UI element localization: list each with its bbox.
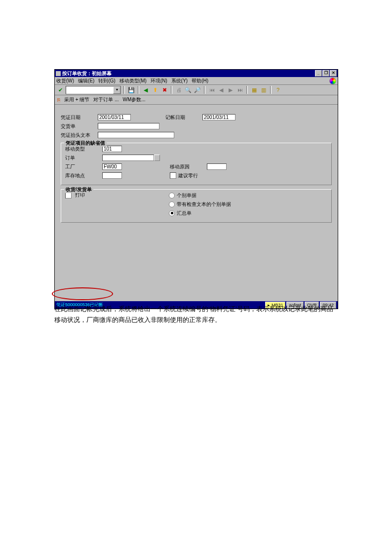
radio-summary-label: 汇总单	[177, 210, 192, 217]
order-search-help-icon[interactable]	[154, 155, 160, 161]
caption-text: 在此画面记帐完成后，系统将给出一个系统连续编号的‘物料凭证’号码，表示系统以记录…	[54, 304, 338, 325]
cancel-button[interactable]: ✖	[160, 86, 168, 94]
adopt-details-button[interactable]: 采用 + 细节	[64, 96, 89, 103]
menu-receipt[interactable]: 收货(W)	[56, 78, 74, 84]
back-button[interactable]: ◀	[142, 86, 150, 94]
storage-loc-label: 库存地点	[65, 172, 102, 179]
menu-edit[interactable]: 编辑(E)	[78, 78, 94, 84]
menu-system[interactable]: 系统(Y)	[171, 78, 188, 84]
voucher-date-input[interactable]: 2001/03/11	[98, 114, 131, 120]
minimize-button[interactable]: _	[315, 70, 322, 77]
storage-loc-input[interactable]	[102, 172, 122, 179]
titlebar: 按订单收货：初始屏幕 _ ❐ ✕	[55, 70, 338, 77]
command-field[interactable]: ▾	[66, 86, 121, 94]
menubar: 收货(W) 编辑(E) 转到(G) 移动类型(M) 环境(N) 系统(Y) 帮助…	[55, 77, 338, 85]
menu-goto[interactable]: 转到(G)	[98, 78, 115, 84]
toolbar: ✔ ▾ 💾 ◀ ⬆ ✖ 🖨 🔍 🔎 ⏮ ◀ ▶ ⏭ ▦ ▥ ?	[55, 85, 338, 95]
radio-with-text-label: 带有检查文本的个别单据	[177, 201, 231, 208]
find-button[interactable]: 🔍	[184, 86, 192, 94]
wm-params-button[interactable]: WM参数...	[123, 96, 146, 103]
enter-button[interactable]: ✔	[56, 86, 64, 94]
close-button[interactable]: ✕	[330, 70, 337, 77]
command-dropdown-icon[interactable]: ▾	[113, 86, 120, 94]
page-icon: ⎘	[57, 97, 60, 103]
shortcut-button[interactable]: ▥	[260, 86, 268, 94]
plant-label: 工厂	[65, 163, 102, 170]
receipt-issue-groupbox: 收货/发货单 打印 个别单据 带有检查文本的个别单据	[61, 189, 332, 223]
first-page-button[interactable]: ⏮	[208, 86, 216, 94]
new-session-button[interactable]: ▦	[250, 86, 258, 94]
delivery-note-label: 交货单	[61, 123, 98, 130]
radio-individual[interactable]	[169, 193, 175, 198]
radio-summary[interactable]	[169, 210, 175, 216]
header-text-label: 凭证抬头文本	[61, 132, 98, 139]
help-button[interactable]: ?	[274, 86, 282, 94]
find-next-button[interactable]: 🔎	[194, 86, 201, 94]
radio-with-text[interactable]	[169, 201, 175, 207]
app-toolbar: ⎘ 采用 + 细节 对于订单 ... WM参数...	[55, 95, 338, 105]
sap-logo-icon	[329, 78, 336, 84]
order-input[interactable]	[102, 155, 154, 161]
menu-environment[interactable]: 环境(N)	[151, 78, 167, 84]
movement-reason-input[interactable]	[207, 163, 227, 170]
exit-button[interactable]: ⬆	[151, 86, 159, 94]
maximize-button[interactable]: ❐	[322, 70, 329, 77]
posting-date-label: 记帐日期	[165, 114, 202, 121]
content-area: 凭证日期 2001/03/11 记帐日期 2001/03/11 交货单 凭证抬头…	[55, 105, 338, 301]
receipt-issue-title: 收货/发货单	[64, 186, 93, 193]
posting-date-input[interactable]: 2001/03/11	[202, 114, 235, 120]
for-order-button[interactable]: 对于订单 ...	[93, 96, 118, 103]
order-label: 订单	[65, 155, 102, 161]
window-title: 按订单收货：初始屏幕	[62, 70, 315, 77]
print-button[interactable]: 🖨	[175, 86, 183, 94]
header-text-input[interactable]	[98, 132, 174, 138]
suggest-zero-checkbox[interactable]	[170, 172, 176, 179]
movement-reason-label: 移动原因	[170, 163, 207, 170]
menu-help[interactable]: 帮助(H)	[192, 78, 208, 84]
defaults-groupbox: 凭证项目的缺省值 移动类型 101 订单 工厂 FW00 移动原因	[61, 143, 332, 185]
delivery-note-input[interactable]	[98, 123, 159, 129]
suggest-zero-label: 建议零行	[178, 172, 198, 179]
next-page-button[interactable]: ▶	[227, 86, 235, 94]
app-icon	[56, 71, 61, 76]
plant-input[interactable]: FW00	[102, 163, 122, 170]
defaults-title: 凭证项目的缺省值	[64, 140, 107, 147]
menu-movement-type[interactable]: 移动类型(M)	[119, 78, 147, 84]
voucher-date-label: 凭证日期	[61, 114, 98, 121]
radio-individual-label: 个别单据	[177, 192, 196, 199]
prev-page-button[interactable]: ◀	[217, 86, 225, 94]
app-window: 按订单收货：初始屏幕 _ ❐ ✕ 收货(W) 编辑(E) 转到(G) 移动类型(…	[54, 69, 338, 309]
last-page-button[interactable]: ⏭	[236, 86, 244, 94]
save-button[interactable]: 💾	[127, 86, 135, 94]
